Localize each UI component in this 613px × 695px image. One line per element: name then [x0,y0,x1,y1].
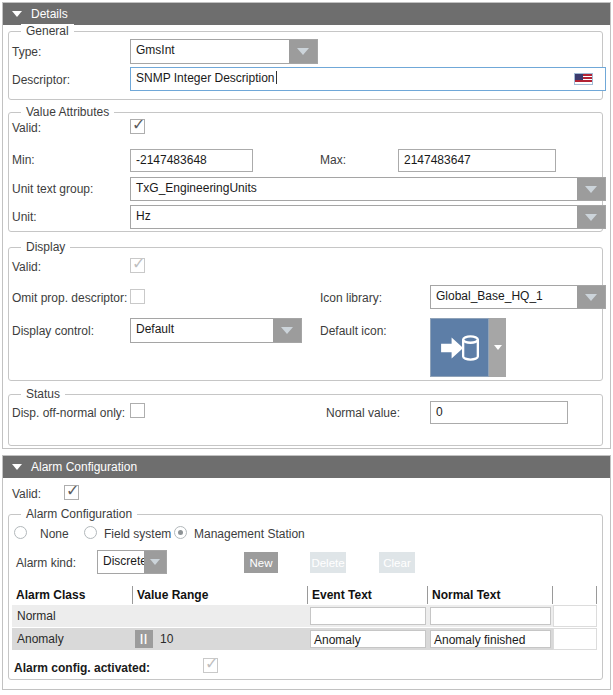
new-button[interactable]: New [244,552,278,573]
table-row-anomaly[interactable]: Anomaly || 10 Anomaly Anomaly finished [12,628,597,650]
default-icon-label: Default icon: [320,324,387,339]
display-group: Display [8,247,603,381]
unit-label: Unit: [12,210,37,225]
general-group-legend: General [21,24,74,38]
radio-none[interactable] [14,526,27,539]
display-group-legend: Display [21,240,70,254]
display-control-dropdown[interactable]: Default [130,318,302,343]
max-input[interactable]: 2147483647 [398,149,556,172]
min-input[interactable]: -2147483648 [130,149,253,172]
display-valid-checkbox [130,258,145,273]
normal-value-label: Normal value: [326,406,400,421]
alarm-class-cell: Normal [12,605,133,623]
collapse-arrow-icon [12,464,22,470]
col-header-normal-text: Normal Text [428,586,553,604]
value-range-value: 10 [160,632,173,646]
col-header-alarm-class: Alarm Class [12,586,133,604]
valid-label: Valid: [12,121,41,136]
normal-value-input[interactable]: 0 [430,401,568,424]
type-label: Type: [12,45,41,60]
chevron-down-icon [297,48,309,55]
max-label: Max: [320,153,346,168]
descriptor-input[interactable]: SNMP Integer Description [130,67,606,91]
chevron-down-icon [585,294,597,301]
radio-management-station[interactable] [174,526,187,539]
alarm-configuration-group-legend: Alarm Configuration [21,507,137,521]
value-range-operator-badge[interactable]: || [135,630,153,648]
disp-off-normal-only-checkbox[interactable] [130,403,145,418]
empty-cell [553,605,597,627]
alarm-table: Alarm Class Value Range Event Text Norma… [12,586,597,650]
col-header-value-range: Value Range [133,586,308,604]
alarm-configuration-panel-header[interactable]: Alarm Configuration [3,456,610,478]
normal-value-input-value: 0 [436,405,443,419]
min-label: Min: [12,153,35,168]
disp-off-normal-only-label: Disp. off-normal only: [12,406,125,421]
alarm-configuration-panel-title: Alarm Configuration [31,460,137,474]
delete-button: Delete [310,552,346,573]
text-caret [276,71,277,84]
col-header-event-text: Event Text [308,586,428,604]
display-valid-label: Valid: [12,260,41,275]
empty-cell [553,628,597,650]
omit-prop-descriptor-label: Omit prop. descriptor: [12,291,127,306]
radio-field-system[interactable] [84,526,97,539]
unit-text-group-dropdown[interactable]: TxG_EngineeringUnits [130,177,606,201]
alarm-kind-dropdown[interactable]: Discrete [97,550,167,574]
alarm-kind-label: Alarm kind: [16,556,76,571]
chevron-down-icon [281,327,293,334]
default-icon-picker[interactable] [430,318,506,377]
omit-prop-descriptor-checkbox [130,289,145,304]
icon-library-label: Icon library: [320,291,382,306]
display-control-value: Default [131,319,273,342]
icon-library-dropdown-button[interactable] [577,286,605,308]
radio-field-system-label: Field system [104,527,171,542]
display-control-label: Display control: [12,324,94,339]
alarm-valid-label: Valid: [12,487,41,502]
normal-text-input[interactable]: Anomaly finished [430,630,551,648]
unit-text-group-dropdown-button[interactable] [577,178,605,200]
chevron-down-icon [585,214,597,221]
unit-value: Hz [131,206,577,228]
alarm-valid-checkbox[interactable] [64,485,79,500]
descriptor-input-value: SNMP Integer Description [136,71,275,85]
table-row-normal[interactable]: Normal [12,605,597,627]
chevron-down-icon [585,186,597,193]
event-text-input[interactable]: Anomaly [310,630,426,648]
unit-dropdown-button[interactable] [577,206,605,228]
language-flag-icon[interactable] [574,73,593,85]
alarm-table-header-row: Alarm Class Value Range Event Text Norma… [12,586,597,604]
default-icon-dropdown-button[interactable] [489,318,506,377]
alarm-kind-dropdown-button[interactable] [144,551,166,573]
display-control-dropdown-button[interactable] [273,319,301,342]
normal-text-input[interactable] [430,607,551,625]
type-dropdown[interactable]: GmsInt [130,39,318,64]
icon-library-dropdown[interactable]: Global_Base_HQ_1 [430,285,606,309]
icon-library-value: Global_Base_HQ_1 [431,286,577,308]
valid-checkbox[interactable] [130,119,145,134]
col-header-empty [553,586,597,604]
details-panel-header[interactable]: Details [3,3,610,25]
descriptor-label: Descriptor: [12,73,70,88]
max-input-value: 2147483647 [404,153,471,167]
status-group-legend: Status [21,387,65,401]
type-dropdown-button[interactable] [289,40,317,63]
arrow-to-database-icon[interactable] [430,318,489,377]
chevron-down-icon [494,345,502,350]
min-input-value: -2147483648 [136,153,207,167]
radio-none-label: None [40,527,69,542]
type-dropdown-value: GmsInt [131,40,289,63]
event-text-input[interactable] [310,607,426,625]
unit-text-group-label: Unit text group: [12,182,93,197]
unit-text-group-value: TxG_EngineeringUnits [131,178,577,200]
value-range-cell [133,605,308,627]
alarm-kind-value: Discrete [98,551,144,573]
collapse-arrow-icon [12,11,22,17]
value-attributes-legend: Value Attributes [21,105,114,119]
value-range-cell: || 10 [133,628,308,650]
radio-management-station-label: Management Station [194,527,305,542]
details-panel-title: Details [31,7,68,21]
chevron-down-icon [150,559,160,565]
unit-dropdown[interactable]: Hz [130,205,606,229]
clear-button: Clear [379,552,415,573]
